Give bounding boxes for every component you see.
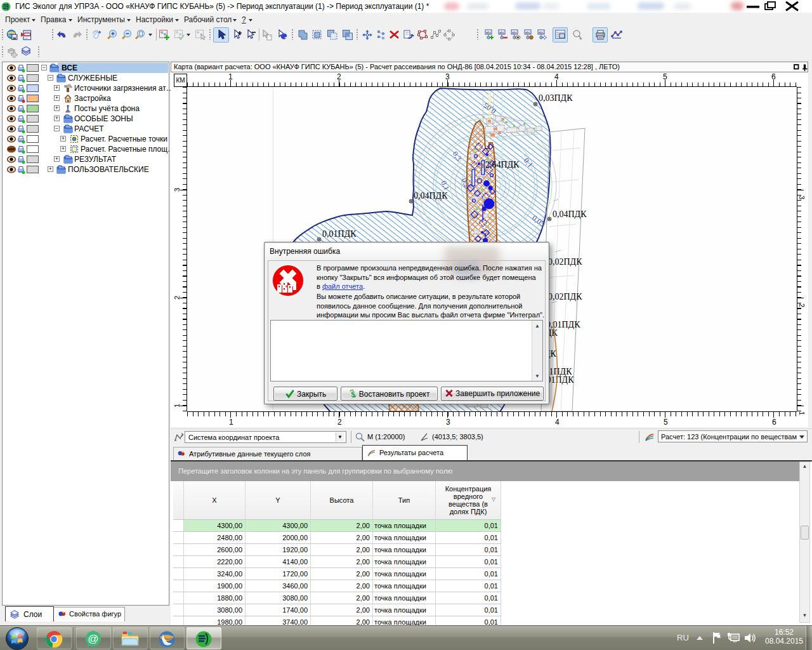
svg-text:abc: abc [539,30,544,34]
svg-text:0,02ПДК: 0,02ПДК [548,257,582,267]
svg-text:@: @ [88,633,98,645]
svg-text:abc: abc [512,30,518,34]
svg-text:0,03ПДК: 0,03ПДК [539,93,573,103]
svg-text:0,01ПДК: 0,01ПДК [322,229,357,239]
svg-text:0,02ПДК: 0,02ПДК [548,292,582,302]
svg-text:abc: abc [499,30,505,34]
svg-text:0,04ПДК: 0,04ПДК [553,209,587,219]
svg-text:2,64ПДК: 2,64ПДК [485,160,520,169]
svg-text:abc: abc [525,30,531,34]
svg-text:0,04ПДК: 0,04ПДК [414,191,448,201]
svg-text:abc: abc [486,30,492,34]
